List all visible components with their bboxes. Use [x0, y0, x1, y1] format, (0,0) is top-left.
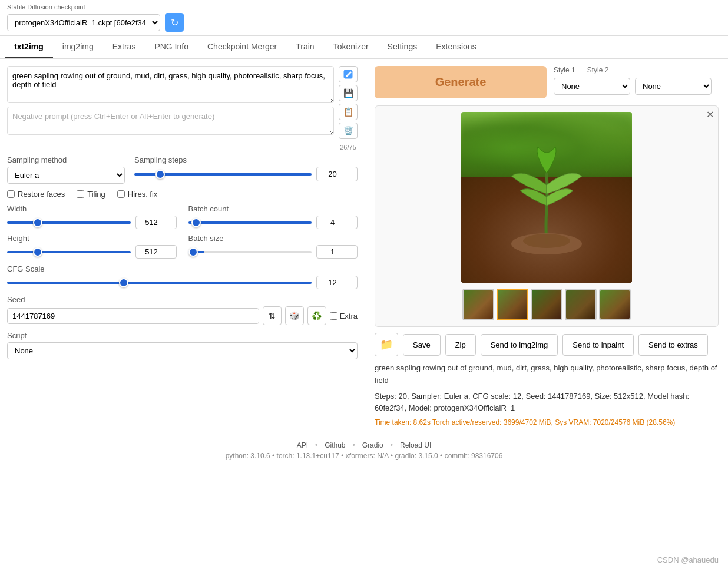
main-layout: green sapling rowing out of ground, mud,… [0, 59, 728, 434]
style1-select[interactable]: None [554, 78, 630, 95]
image-prompt-info: green sapling rowing out of ground, mud,… [375, 362, 719, 387]
svg-point-2 [523, 234, 570, 248]
action-row: 📁 Save Zip Send to img2img Send to inpai… [375, 333, 719, 356]
checkpoint-label: Stable Diffusion checkpoint [7, 4, 721, 11]
perf-info: Time taken: 8.62s Torch active/reserved:… [375, 418, 719, 426]
tab-train[interactable]: Train [286, 36, 323, 58]
top-bar: Stable Diffusion checkpoint protogenX34O… [0, 0, 728, 36]
height-slider[interactable] [7, 251, 131, 253]
recycle-button[interactable]: ♻️ [307, 306, 326, 325]
recycle-icon: ♻️ [312, 311, 322, 320]
batch-count-label: Batch count [188, 204, 358, 213]
prompt-counter: 26/75 [340, 144, 356, 151]
thumbnail-2[interactable] [497, 289, 528, 320]
tab-txt2img[interactable]: txt2img [5, 36, 53, 58]
image-steps-info: Steps: 20, Sampler: Euler a, CFG scale: … [375, 391, 719, 415]
height-label: Height [7, 234, 177, 243]
seed-increment-button[interactable]: ⇅ [263, 306, 282, 325]
batch-count-input[interactable] [316, 216, 358, 229]
batch-size-input[interactable] [316, 245, 358, 259]
send-img2img-button[interactable]: Send to img2img [481, 334, 558, 356]
hires-fix-checkbox[interactable]: Hires. fix [117, 190, 158, 199]
dice-icon: 🎲 [289, 311, 299, 320]
script-label: Script [7, 331, 358, 340]
main-image[interactable] [461, 112, 632, 283]
sampling-steps-label: Sampling steps [134, 156, 358, 164]
tech-info: python: 3.10.6 • torch: 1.13.1+cu117 • x… [7, 452, 721, 460]
hires-fix-label: Hires. fix [128, 190, 158, 199]
pencil-icon [343, 70, 353, 79]
paste-styles-button[interactable]: 📋 [339, 104, 358, 120]
batch-size-slider[interactable] [188, 251, 312, 253]
height-input[interactable] [135, 245, 177, 259]
github-link[interactable]: Github [325, 441, 345, 449]
trash-icon: 🗑️ [343, 126, 353, 135]
thumbnail-3[interactable] [531, 289, 562, 320]
footer: API • Github • Gradio • Reload UI python… [0, 434, 728, 467]
style2-select[interactable]: None [635, 78, 712, 95]
refresh-icon: ↻ [171, 17, 178, 28]
save-icon: 💾 [343, 88, 353, 98]
send-extras-button[interactable]: Send to extras [638, 334, 708, 356]
cfg-scale-label: CFG Scale [7, 264, 358, 273]
tab-png-info[interactable]: PNG Info [145, 36, 198, 58]
tab-settings[interactable]: Settings [378, 36, 427, 58]
negative-prompt-input[interactable] [7, 107, 334, 135]
tab-checkpoint-merger[interactable]: Checkpoint Merger [198, 36, 286, 58]
tab-extensions[interactable]: Extensions [426, 36, 485, 58]
folder-icon: 📁 [380, 338, 393, 351]
image-display-area: ✕ [375, 105, 719, 327]
tiling-label: Tiling [87, 190, 105, 199]
reload-ui-link[interactable]: Reload UI [400, 441, 431, 449]
left-panel: green sapling rowing out of ground, mud,… [0, 59, 365, 434]
extra-seed-label: Extra [340, 312, 358, 320]
api-link[interactable]: API [297, 441, 308, 449]
batch-size-label: Batch size [188, 234, 358, 243]
positive-prompt-input[interactable]: green sapling rowing out of ground, mud,… [7, 66, 334, 103]
clipboard-icon: 📋 [343, 107, 353, 117]
gradio-link[interactable]: Gradio [362, 441, 383, 449]
sampling-steps-input[interactable] [316, 167, 358, 181]
tab-img2img[interactable]: img2img [53, 36, 103, 58]
right-panel: Generate Style 1 Style 2 None None ✕ [365, 59, 728, 434]
thumbnail-4[interactable] [565, 289, 597, 320]
cfg-scale-input[interactable] [316, 276, 358, 289]
seed-label: Seed [7, 295, 358, 304]
width-input[interactable] [135, 216, 177, 229]
open-folder-button[interactable]: 📁 [375, 333, 398, 356]
sampling-method-select[interactable]: Euler a [7, 167, 125, 184]
generate-button[interactable]: Generate [375, 66, 547, 98]
script-select[interactable]: None [7, 342, 358, 359]
clear-styles-button[interactable]: 🗑️ [339, 123, 358, 139]
batch-count-slider[interactable] [188, 221, 312, 224]
sampling-steps-slider[interactable] [134, 173, 312, 176]
sampling-method-label: Sampling method [7, 156, 125, 164]
style2-label: Style 2 [587, 66, 609, 74]
save-button[interactable]: Save [403, 334, 441, 356]
thumbnail-row [381, 289, 712, 320]
style1-label: Style 1 [554, 66, 575, 74]
refresh-checkpoint-button[interactable]: ↻ [165, 13, 184, 32]
cfg-scale-slider[interactable] [7, 282, 312, 284]
width-slider[interactable] [7, 221, 131, 224]
arrows-icon: ⇅ [269, 311, 276, 320]
restore-faces-label: Restore faces [18, 190, 65, 199]
extra-seed-checkbox[interactable]: Extra [330, 312, 358, 320]
seed-input[interactable] [7, 308, 259, 324]
edit-prompt-button[interactable] [339, 66, 358, 82]
dice-button[interactable]: 🎲 [285, 306, 304, 325]
zip-button[interactable]: Zip [445, 334, 476, 356]
send-inpaint-button[interactable]: Send to inpaint [562, 334, 634, 356]
restore-faces-checkbox[interactable]: Restore faces [7, 190, 65, 199]
checkpoint-select[interactable]: protogenX34OfficialR_1.ckpt [60fe2f34] [7, 14, 160, 31]
tab-bar: txt2img img2img Extras PNG Info Checkpoi… [0, 36, 728, 59]
tiling-checkbox[interactable]: Tiling [77, 190, 105, 199]
thumbnail-1[interactable] [462, 289, 494, 320]
tab-tokenizer[interactable]: Tokenizer [324, 36, 378, 58]
save-styles-button[interactable]: 💾 [339, 85, 358, 101]
width-label: Width [7, 204, 177, 213]
tab-extras[interactable]: Extras [103, 36, 145, 58]
thumbnail-5[interactable] [599, 289, 631, 320]
